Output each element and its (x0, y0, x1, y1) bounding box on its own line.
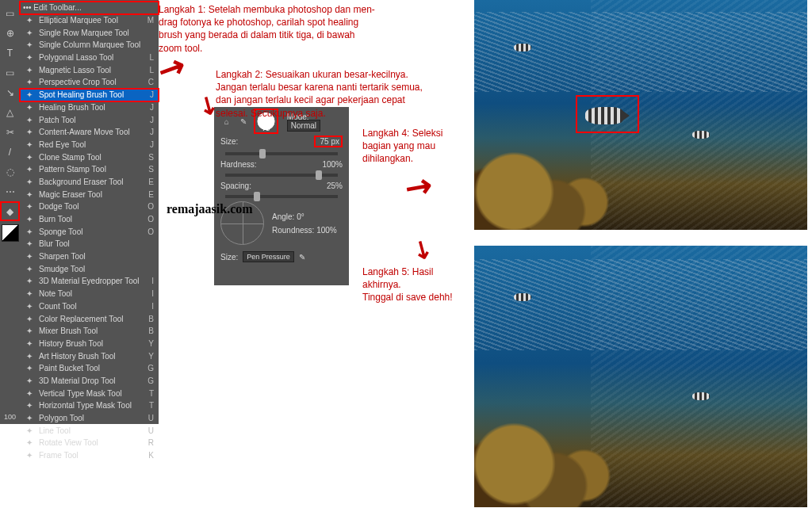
tool-item-icon: ✦ (23, 400, 36, 411)
tool-item-icon: ✦ (23, 313, 36, 324)
tool-icon[interactable]: ▭ (0, 63, 20, 82)
tool-item-shortcut: J (150, 116, 154, 124)
tool-item-icon: ✦ (23, 114, 36, 125)
tool-item-polygonal-lasso-tool[interactable]: ✦Polygonal Lasso ToolL (20, 52, 159, 64)
hardness-slider[interactable] (225, 174, 338, 177)
tool-item-shortcut: M (147, 16, 154, 25)
tool-item-icon: ✦ (23, 40, 36, 51)
tool-icon[interactable]: ↘ (0, 82, 20, 102)
tool-icon[interactable] (0, 221, 20, 241)
tool-icon-column: ▭ ⊕ T ▭ ↘ △ ✂ / ◌ ⋯ ◆ 100 (0, 0, 20, 424)
tool-item-shortcut: I (151, 302, 154, 311)
tool-item-elliptical-marquee-tool[interactable]: ✦Elliptical Marquee ToolM (20, 14, 159, 27)
tool-item-icon: ✦ (23, 300, 36, 311)
tool-item-icon: ✦ (23, 176, 36, 187)
tool-item-label: Magnetic Lasso Tool (39, 66, 149, 74)
tool-item-red-eye-tool[interactable]: ✦Red Eye ToolJ (20, 139, 159, 151)
tool-item-label: Spot Healing Brush Tool (39, 90, 150, 99)
tool-item-line-tool[interactable]: ✦Line ToolU (20, 424, 159, 437)
tool-item-magic-eraser-tool[interactable]: ✦Magic Eraser ToolE (20, 188, 159, 201)
spacing-value[interactable]: 25% (314, 181, 343, 190)
angle-value[interactable]: 0° (297, 212, 304, 221)
tool-item-label: Note Tool (39, 289, 151, 298)
tool-icon[interactable]: ✂ (0, 122, 20, 142)
tool-item-horizontal-type-mask-tool[interactable]: ✦Horizontal Type Mask ToolT (20, 399, 159, 412)
tool-item-note-tool[interactable]: ✦Note ToolI (20, 288, 159, 300)
size-label: Size: (220, 137, 238, 146)
tool-item-sponge-tool[interactable]: ✦Sponge ToolO (20, 225, 159, 238)
tool-item-single-column-marquee-tool[interactable]: ✦Single Column Marquee Tool (20, 39, 159, 52)
step-2-text: Langkah 2: Sesuaikan ukuran besar-keciln… (216, 68, 438, 120)
tool-item-icon: ✦ (23, 101, 36, 113)
tool-item-3d-material-drop-tool[interactable]: ✦3D Material Drop ToolG (20, 375, 159, 388)
tool-item-sharpen-tool[interactable]: ✦Sharpen Tool (20, 250, 159, 263)
tool-item-smudge-tool[interactable]: ✦Smudge Tool (20, 262, 159, 275)
tool-item-icon: ✦ (23, 338, 36, 349)
tool-item-label: Content-Aware Move Tool (39, 128, 150, 136)
tool-item-art-history-brush-tool[interactable]: ✦Art History Brush ToolY (20, 350, 159, 362)
tool-item-polygon-tool[interactable]: ✦Polygon ToolU (20, 412, 159, 425)
mode-dropdown[interactable]: Normal (287, 120, 320, 132)
size-source-dropdown[interactable]: Pen Pressure (243, 251, 294, 262)
tool-item-background-eraser-tool[interactable]: ✦Background Eraser ToolE (20, 176, 159, 189)
tool-item-single-row-marquee-tool[interactable]: ✦Single Row Marquee Tool (20, 26, 159, 39)
tool-item-3d-material-eyedropper-tool[interactable]: ✦3D Material Eyedropper ToolI (20, 275, 159, 288)
tool-item-label: Mixer Brush Tool (39, 327, 148, 335)
tool-item-icon: ✦ (23, 189, 36, 200)
edit-toolbar-label: ••• Edit Toolbar... (23, 3, 154, 12)
tool-item-label: Sponge Tool (39, 227, 147, 236)
tool-item-vertical-type-mask-tool[interactable]: ✦Vertical Type Mask ToolT (20, 387, 159, 399)
spacing-slider[interactable] (225, 195, 338, 198)
tool-item-icon: ✦ (23, 90, 36, 101)
tool-item-shortcut: S (148, 153, 154, 162)
tool-item-paint-bucket-tool[interactable]: ✦Paint Bucket ToolG (20, 362, 159, 375)
tool-icon[interactable]: T (0, 43, 20, 63)
tool-item-magnetic-lasso-tool[interactable]: ✦Magnetic Lasso ToolL (20, 63, 159, 76)
tool-item-healing-brush-tool[interactable]: ✦Healing Brush ToolJ (20, 101, 159, 114)
tool-icon[interactable]: / (0, 142, 20, 162)
tool-item-burn-tool[interactable]: ✦Burn ToolO (20, 213, 159, 226)
tool-item-shortcut: E (148, 190, 154, 199)
tool-item-rotate-view-tool[interactable]: ✦Rotate View ToolR (20, 437, 159, 449)
size-slider[interactable] (225, 152, 338, 155)
tool-item-label: Elliptical Marquee Tool (39, 16, 147, 25)
tool-icon[interactable]: △ (0, 102, 20, 122)
tool-item-mixer-brush-tool[interactable]: ✦Mixer Brush ToolB (20, 325, 159, 338)
size-value[interactable]: 75 px (314, 136, 343, 147)
after-photo (474, 246, 807, 507)
color-swatch[interactable] (2, 224, 19, 242)
tool-item-shortcut: U (148, 414, 154, 422)
tool-icon[interactable]: ▭ (0, 3, 20, 23)
small-fish (514, 293, 531, 301)
roundness-value[interactable]: 100% (316, 226, 337, 235)
tool-item-clone-stamp-tool[interactable]: ✦Clone Stamp ToolS (20, 151, 159, 163)
tool-item-perspective-crop-tool[interactable]: ✦Perspective Crop ToolC (20, 76, 159, 89)
tool-item-count-tool[interactable]: ✦Count ToolI (20, 300, 159, 313)
tool-item-history-brush-tool[interactable]: ✦History Brush ToolY (20, 338, 159, 350)
tool-icon[interactable]: ⋯ (0, 181, 20, 201)
tool-item-spot-healing-brush-tool[interactable]: ✦Spot Healing Brush ToolJ (20, 89, 159, 101)
tool-item-color-replacement-tool[interactable]: ✦Color Replacement ToolB (20, 312, 159, 325)
tool-icon[interactable]: ◌ (0, 162, 20, 181)
edit-toolbar-item[interactable]: ••• Edit Toolbar... (20, 2, 159, 14)
tool-item-shortcut: I (151, 289, 154, 298)
tool-item-frame-tool[interactable]: ✦Frame ToolK (20, 449, 159, 462)
tool-icon[interactable]: ⊕ (0, 23, 20, 43)
spot-healing-tool-icon[interactable]: ◆ (0, 201, 20, 221)
selection-highlight (576, 95, 639, 133)
tool-item-label: Blur Tool (39, 239, 154, 248)
tool-item-label: Background Eraser Tool (39, 178, 148, 186)
tool-item-icon: ✦ (23, 276, 36, 287)
tool-item-dodge-tool[interactable]: ✦Dodge ToolO (20, 201, 159, 213)
size-src-label: Size: (220, 253, 238, 262)
tool-item-label: Magic Eraser Tool (39, 190, 148, 199)
tool-item-shortcut: E (148, 178, 154, 186)
tool-item-blur-tool[interactable]: ✦Blur Tool (20, 238, 159, 250)
tool-item-content-aware-move-tool[interactable]: ✦Content-Aware Move ToolJ (20, 126, 159, 139)
tool-item-pattern-stamp-tool[interactable]: ✦Pattern Stamp ToolS (20, 163, 159, 176)
hardness-value[interactable]: 100% (314, 160, 343, 169)
tool-item-patch-tool[interactable]: ✦Patch ToolJ (20, 113, 159, 126)
tool-item-shortcut: S (148, 165, 154, 174)
tool-item-icon: ✦ (23, 151, 36, 162)
tool-item-label: Polygon Tool (39, 414, 148, 422)
